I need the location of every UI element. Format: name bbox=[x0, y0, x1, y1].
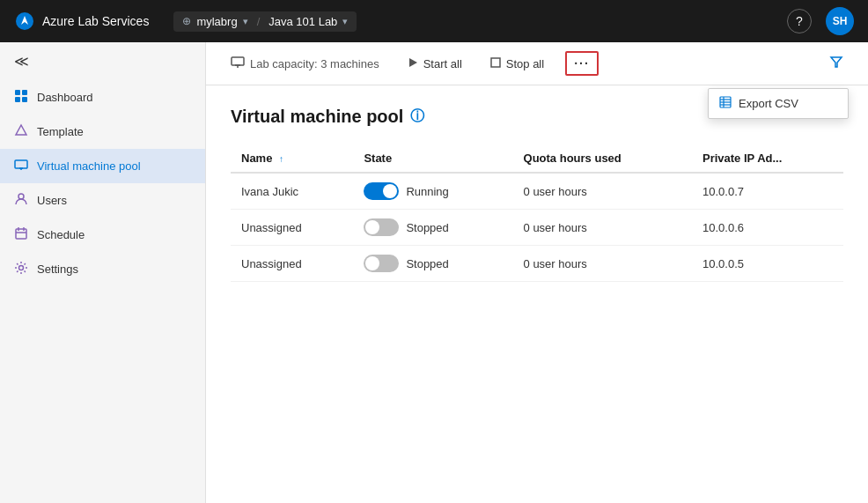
logo: Azure Lab Services bbox=[14, 11, 149, 32]
more-actions-button[interactable]: ··· bbox=[565, 51, 599, 76]
breadcrumb-lab: Java 101 Lab bbox=[268, 15, 337, 28]
svg-rect-14 bbox=[232, 57, 244, 65]
svg-rect-18 bbox=[491, 58, 500, 67]
vm-table: Name ↑ State Quota hours used Private IP… bbox=[231, 144, 843, 282]
vm-toggle[interactable] bbox=[364, 255, 399, 272]
monitor-icon bbox=[231, 56, 245, 71]
sidebar-item-schedule-label: Schedule bbox=[37, 228, 85, 241]
cell-name: Unassigned bbox=[231, 246, 353, 282]
play-icon bbox=[408, 57, 418, 70]
sidebar-item-settings-label: Settings bbox=[37, 263, 78, 276]
breadcrumb-lab-chevron: ▾ bbox=[342, 16, 348, 27]
lab-capacity-info: Lab capacity: 3 machines bbox=[224, 53, 386, 75]
info-icon[interactable]: ⓘ bbox=[410, 107, 424, 126]
col-quota: Quota hours used bbox=[513, 144, 692, 173]
schedule-icon bbox=[14, 226, 28, 243]
breadcrumb-icon: ⊕ bbox=[182, 15, 191, 27]
cell-quota: 0 user hours bbox=[513, 246, 692, 282]
more-icon: ··· bbox=[574, 56, 590, 70]
sidebar-item-users-label: Users bbox=[37, 194, 67, 207]
svg-marker-24 bbox=[831, 57, 842, 67]
collapse-icon: ≪ bbox=[14, 53, 29, 70]
svg-rect-4 bbox=[22, 97, 27, 102]
svg-point-8 bbox=[18, 194, 24, 199]
export-csv-button[interactable]: Export CSV bbox=[709, 89, 848, 118]
sidebar-collapse-button[interactable]: ≪ bbox=[0, 42, 205, 80]
cell-ip: 10.0.0.5 bbox=[692, 246, 843, 282]
col-name: Name ↑ bbox=[231, 144, 353, 173]
user-avatar[interactable]: SH bbox=[826, 7, 854, 35]
svg-marker-17 bbox=[409, 58, 417, 67]
azure-logo-icon bbox=[14, 11, 35, 32]
svg-rect-5 bbox=[15, 160, 27, 168]
cell-state: Stopped bbox=[353, 246, 512, 282]
content-area: Lab capacity: 3 machines Start all Stop … bbox=[206, 42, 868, 503]
cell-state: Stopped bbox=[353, 210, 512, 246]
sidebar-item-schedule[interactable]: Schedule bbox=[0, 218, 205, 252]
top-nav-right: ? SH bbox=[787, 7, 854, 35]
cell-name: Ivana Jukic bbox=[231, 173, 353, 210]
col-state: State bbox=[353, 144, 512, 173]
stop-all-button[interactable]: Stop all bbox=[483, 54, 551, 74]
cell-quota: 0 user hours bbox=[513, 173, 692, 210]
cell-ip: 10.0.0.6 bbox=[692, 210, 843, 246]
breadcrumb[interactable]: ⊕ mylabrg ▾ / Java 101 Lab ▾ bbox=[173, 11, 357, 32]
start-all-button[interactable]: Start all bbox=[401, 54, 469, 74]
sidebar-item-vmpool[interactable]: Virtual machine pool bbox=[0, 149, 205, 183]
more-dropdown: Export CSV bbox=[708, 88, 849, 119]
sidebar-nav: Dashboard Template Virtual machine pool … bbox=[0, 80, 205, 286]
breadcrumb-sep: / bbox=[257, 15, 261, 28]
cell-quota: 0 user hours bbox=[513, 210, 692, 246]
vm-toggle[interactable] bbox=[364, 218, 399, 236]
start-all-label: Start all bbox=[423, 57, 462, 70]
capacity-label: Lab capacity: 3 machines bbox=[250, 57, 379, 70]
vm-toggle[interactable] bbox=[364, 182, 399, 200]
cell-name: Unassigned bbox=[231, 210, 353, 246]
svg-rect-2 bbox=[22, 90, 27, 95]
svg-point-13 bbox=[19, 266, 24, 270]
table-row: Ivana JukicRunning0 user hours10.0.0.7 bbox=[231, 173, 843, 210]
state-label: Stopped bbox=[406, 257, 448, 270]
sidebar: ≪ Dashboard Template Virtual machine poo… bbox=[0, 42, 206, 503]
main-layout: ≪ Dashboard Template Virtual machine poo… bbox=[0, 42, 868, 503]
export-csv-icon bbox=[719, 96, 732, 111]
users-icon bbox=[14, 192, 28, 209]
stop-icon bbox=[490, 57, 501, 70]
filter-button[interactable] bbox=[822, 51, 850, 76]
vmpool-icon bbox=[14, 158, 28, 174]
state-label: Stopped bbox=[406, 221, 448, 234]
svg-rect-9 bbox=[16, 229, 26, 239]
export-csv-label: Export CSV bbox=[739, 97, 798, 110]
breadcrumb-org: mylabrg bbox=[196, 15, 237, 28]
svg-rect-3 bbox=[15, 97, 20, 102]
table-row: UnassignedStopped0 user hours10.0.0.6 bbox=[231, 210, 843, 246]
help-button[interactable]: ? bbox=[787, 9, 812, 33]
state-label: Running bbox=[406, 185, 448, 198]
dashboard-icon bbox=[14, 89, 28, 106]
page-content: Virtual machine pool ⓘ Name ↑ State Quot… bbox=[206, 85, 868, 503]
table-row: UnassignedStopped0 user hours10.0.0.5 bbox=[231, 246, 843, 282]
sort-icon: ↑ bbox=[279, 154, 283, 164]
template-icon bbox=[14, 123, 28, 140]
toolbar: Lab capacity: 3 machines Start all Stop … bbox=[206, 42, 868, 85]
breadcrumb-chevron: ▾ bbox=[243, 16, 248, 27]
stop-all-label: Stop all bbox=[506, 57, 544, 70]
sidebar-item-template-label: Template bbox=[37, 125, 84, 138]
top-nav: Azure Lab Services ⊕ mylabrg ▾ / Java 10… bbox=[0, 0, 868, 42]
svg-rect-1 bbox=[15, 90, 20, 95]
sidebar-item-settings[interactable]: Settings bbox=[0, 252, 205, 286]
sidebar-item-vmpool-label: Virtual machine pool bbox=[37, 159, 141, 173]
sidebar-item-dashboard-label: Dashboard bbox=[37, 91, 93, 104]
sidebar-item-template[interactable]: Template bbox=[0, 115, 205, 149]
sidebar-item-dashboard[interactable]: Dashboard bbox=[0, 80, 205, 115]
nav-title: Azure Lab Services bbox=[42, 14, 149, 28]
col-ip: Private IP Ad... bbox=[692, 144, 843, 173]
cell-state: Running bbox=[353, 173, 512, 210]
sidebar-item-users[interactable]: Users bbox=[0, 183, 205, 218]
settings-icon bbox=[14, 261, 28, 277]
cell-ip: 10.0.0.7 bbox=[692, 173, 843, 210]
